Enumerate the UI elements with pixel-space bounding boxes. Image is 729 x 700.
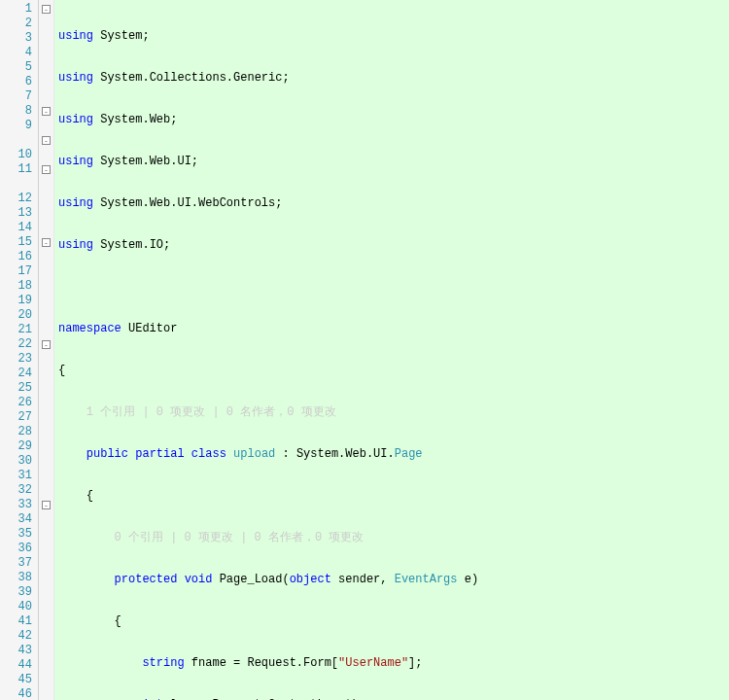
fold-toggle[interactable]: - (42, 340, 51, 349)
line-number: 7 (0, 89, 38, 104)
line-number: 28 (0, 425, 38, 439)
line-number: 10 (0, 148, 38, 162)
codelens-method[interactable]: 0 个引用 | 0 项更改 | 0 名作者，0 项更改 (115, 531, 364, 544)
fold-toggle[interactable]: - (42, 107, 51, 116)
line-number: 41 (0, 614, 38, 629)
line-number-gutter: 1234567891011121314151617181920212223242… (0, 0, 39, 700)
line-number: 11 (0, 162, 38, 177)
line-number: 14 (0, 221, 38, 235)
line-number: 27 (0, 410, 38, 425)
line-number: 19 (0, 294, 38, 308)
line-number (0, 133, 38, 148)
line-number: 5 (0, 60, 38, 75)
line-number: 30 (0, 454, 38, 469)
fold-toggle[interactable]: - (42, 238, 51, 247)
line-number: 39 (0, 585, 38, 600)
line-number: 25 (0, 381, 38, 396)
fold-gutter: ------- (39, 0, 54, 700)
line-number: 45 (0, 673, 38, 687)
line-number: 17 (0, 264, 38, 279)
line-number: 22 (0, 337, 38, 352)
line-number: 43 (0, 644, 38, 658)
line-number: 16 (0, 250, 38, 264)
fold-toggle[interactable]: - (42, 165, 51, 174)
line-number: 13 (0, 206, 38, 221)
line-number: 34 (0, 512, 38, 527)
line-number: 9 (0, 119, 38, 133)
line-number: 42 (0, 629, 38, 644)
line-number: 1 (0, 2, 38, 17)
fold-toggle[interactable]: - (42, 501, 51, 509)
fold-toggle[interactable]: - (42, 136, 51, 145)
line-number: 8 (0, 104, 38, 119)
line-number: 15 (0, 235, 38, 250)
line-number: 24 (0, 367, 38, 381)
line-number: 4 (0, 46, 38, 60)
line-number: 40 (0, 600, 38, 614)
line-number: 44 (0, 658, 38, 673)
code-area[interactable]: using System; using System.Collections.G… (54, 0, 729, 700)
line-number: 18 (0, 279, 38, 294)
fold-toggle[interactable]: - (42, 5, 51, 14)
line-number: 12 (0, 192, 38, 206)
line-number: 6 (0, 75, 38, 89)
line-number: 20 (0, 308, 38, 323)
line-number: 33 (0, 498, 38, 512)
line-number: 36 (0, 542, 38, 556)
codelens-class[interactable]: 1 个引用 | 0 项更改 | 0 名作者，0 项更改 (87, 405, 336, 419)
line-number: 37 (0, 556, 38, 571)
line-number: 29 (0, 439, 38, 454)
line-number: 26 (0, 396, 38, 410)
line-number: 23 (0, 352, 38, 367)
line-number: 38 (0, 571, 38, 585)
line-number: 3 (0, 31, 38, 46)
line-number (0, 177, 38, 192)
code-editor: 1234567891011121314151617181920212223242… (0, 0, 729, 700)
line-number: 31 (0, 469, 38, 483)
line-number: 21 (0, 323, 38, 337)
line-number: 32 (0, 483, 38, 498)
line-number: 35 (0, 527, 38, 542)
line-number: 46 (0, 687, 38, 700)
line-number: 2 (0, 17, 38, 31)
